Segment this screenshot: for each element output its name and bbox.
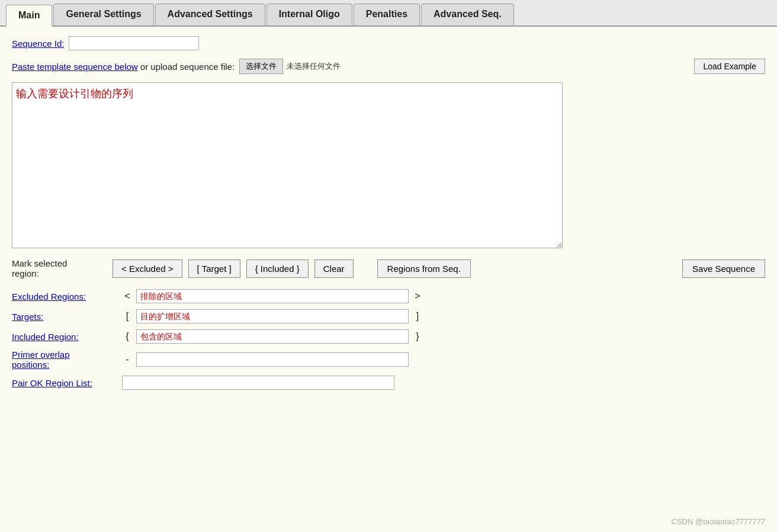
- regions-from-seq-button[interactable]: Regions from Seq.: [377, 259, 471, 278]
- save-sequence-button[interactable]: Save Sequence: [682, 259, 765, 278]
- primer-overlap-dash: -: [122, 354, 133, 365]
- load-example-button[interactable]: Load Example: [694, 59, 765, 74]
- tab-penalties[interactable]: Penalties: [354, 4, 420, 25]
- no-file-label: 未选择任何文件: [287, 61, 341, 72]
- targets-right-bracket: ]: [412, 311, 423, 322]
- sequence-id-row: Sequence Id:: [12, 36, 765, 50]
- mark-region-label: Mark selectedregion:: [12, 258, 107, 278]
- pair-ok-input[interactable]: [122, 376, 394, 390]
- file-choose-button[interactable]: 选择文件: [239, 59, 283, 74]
- tab-advanced-seq[interactable]: Advanced Seq.: [421, 4, 514, 25]
- clear-button[interactable]: Clear: [314, 259, 354, 278]
- sequence-id-label[interactable]: Sequence Id:: [12, 39, 64, 49]
- upload-row: Paste template sequence below or upload …: [12, 59, 765, 74]
- excluded-regions-label[interactable]: Excluded Regions:: [12, 291, 118, 302]
- targets-row: Targets: [ ]: [12, 309, 765, 323]
- sequence-id-input[interactable]: [69, 36, 199, 50]
- targets-label[interactable]: Targets:: [12, 312, 118, 322]
- primer-overlap-row: Primer overlappositions: -: [12, 350, 765, 370]
- primer-overlap-label[interactable]: Primer overlappositions:: [12, 350, 118, 370]
- primer-overlap-input[interactable]: [136, 352, 409, 367]
- included-left-bracket: {: [122, 331, 133, 342]
- excluded-regions-row: Excluded Regions: < >: [12, 289, 765, 303]
- excluded-right-bracket: >: [412, 291, 423, 302]
- paste-label[interactable]: Paste template sequence below: [12, 62, 138, 72]
- textarea-wrapper: [12, 82, 765, 250]
- file-upload-area: 选择文件 未选择任何文件: [239, 59, 341, 74]
- tab-internal-oligo[interactable]: Internal Oligo: [267, 4, 352, 25]
- included-right-bracket: }: [412, 331, 423, 342]
- excluded-button[interactable]: < Excluded >: [113, 259, 182, 278]
- tab-general-settings[interactable]: General Settings: [53, 4, 153, 25]
- upload-label-static: or upload sequence file:: [138, 62, 235, 72]
- tab-advanced-settings[interactable]: Advanced Settings: [155, 4, 265, 25]
- excluded-left-bracket: <: [122, 291, 133, 302]
- included-region-row: Included Region: { }: [12, 329, 765, 344]
- sequence-textarea[interactable]: [12, 82, 563, 248]
- region-fields: Excluded Regions: < > Targets: [ ] Inclu…: [12, 289, 765, 390]
- tab-bar: Main General Settings Advanced Settings …: [0, 0, 777, 27]
- target-button[interactable]: [ Target ]: [188, 259, 240, 278]
- targets-left-bracket: [: [122, 311, 133, 322]
- included-region-input[interactable]: [136, 329, 409, 344]
- included-button[interactable]: { Included }: [246, 259, 309, 278]
- mark-region-row: Mark selectedregion: < Excluded > [ Targ…: [12, 258, 765, 278]
- pair-ok-label[interactable]: Pair OK Region List:: [12, 378, 118, 388]
- included-region-label[interactable]: Included Region:: [12, 332, 118, 342]
- excluded-regions-input[interactable]: [136, 289, 409, 303]
- pair-ok-row: Pair OK Region List:: [12, 376, 765, 390]
- main-content: Sequence Id: Paste template sequence bel…: [0, 27, 777, 405]
- tab-main[interactable]: Main: [6, 5, 52, 27]
- watermark: CSDN @taotaotao7777777: [672, 517, 765, 526]
- targets-input[interactable]: [136, 309, 409, 323]
